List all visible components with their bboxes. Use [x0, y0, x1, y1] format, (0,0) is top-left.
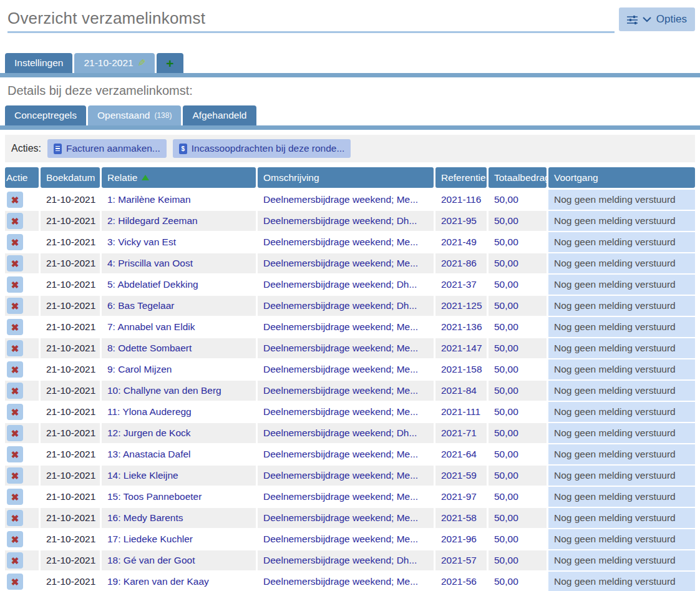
row-relatie-link[interactable]: 19: Karen van der Kaay [102, 572, 256, 591]
add-round-tab[interactable]: + [157, 53, 183, 73]
row-relatie-link[interactable]: 15: Toos Panneboeter [102, 487, 256, 507]
column-header-voortgang[interactable]: Voortgang [548, 167, 695, 188]
delete-row-button[interactable]: ✖ [7, 531, 23, 547]
delete-row-button[interactable]: ✖ [7, 467, 23, 484]
row-omschrijving-link[interactable]: Deelnemersbijdrage weekend; Dh... [258, 550, 434, 570]
row-relatie-link[interactable]: 11: Ylona Auderegg [102, 402, 256, 422]
row-relatie-link[interactable]: 14: Lieke Kleijne [102, 466, 256, 486]
row-referentie-link[interactable]: 2021-58 [435, 508, 487, 528]
column-header-totaalbedrag[interactable]: Totaalbedrag [489, 167, 547, 188]
row-totaalbedrag-link[interactable]: 50,00 [489, 381, 547, 401]
row-referentie-link[interactable]: 2021-96 [435, 529, 487, 549]
row-totaalbedrag-link[interactable]: 50,00 [489, 211, 547, 231]
delete-row-button[interactable]: ✖ [7, 192, 23, 208]
row-relatie-link[interactable]: 16: Medy Barents [102, 508, 256, 528]
row-relatie-link[interactable]: 4: Priscilla van Oost [102, 253, 256, 273]
row-totaalbedrag-link[interactable]: 50,00 [489, 317, 547, 337]
row-referentie-link[interactable]: 2021-158 [435, 359, 487, 379]
row-omschrijving-link[interactable]: Deelnemersbijdrage weekend; Me... [258, 402, 434, 422]
row-totaalbedrag-link[interactable]: 50,00 [489, 275, 547, 295]
row-relatie-link[interactable]: 2: Hildegard Zeeman [102, 211, 256, 231]
row-relatie-link[interactable]: 17: Liedeke Kuchler [102, 529, 256, 549]
row-referentie-link[interactable]: 2021-86 [435, 253, 487, 273]
delete-row-button[interactable]: ✖ [7, 276, 23, 293]
row-totaalbedrag-link[interactable]: 50,00 [489, 444, 547, 464]
delete-row-button[interactable]: ✖ [7, 340, 23, 356]
delete-row-button[interactable]: ✖ [7, 552, 23, 569]
row-referentie-link[interactable]: 2021-116 [435, 190, 487, 210]
row-omschrijving-link[interactable]: Deelnemersbijdrage weekend; Me... [258, 359, 434, 379]
row-omschrijving-link[interactable]: Deelnemersbijdrage weekend; Dh... [258, 275, 434, 295]
row-totaalbedrag-link[interactable]: 50,00 [489, 402, 547, 422]
delete-row-button[interactable]: ✖ [7, 298, 23, 314]
row-omschrijving-link[interactable]: Deelnemersbijdrage weekend; Me... [258, 529, 434, 549]
options-button[interactable]: Opties [619, 7, 695, 31]
row-totaalbedrag-link[interactable]: 50,00 [489, 529, 547, 549]
row-totaalbedrag-link[interactable]: 50,00 [489, 487, 547, 507]
row-relatie-link[interactable]: 12: Jurgen de Kock [102, 423, 256, 443]
column-header-omschrijving[interactable]: Omschrijving [258, 167, 434, 188]
row-omschrijving-link[interactable]: Deelnemersbijdrage weekend; Me... [258, 508, 434, 528]
row-totaalbedrag-link[interactable]: 50,00 [489, 466, 547, 486]
row-referentie-link[interactable]: 2021-49 [435, 232, 487, 252]
row-relatie-link[interactable]: 10: Challyne van den Berg [102, 381, 256, 401]
delete-row-button[interactable]: ✖ [7, 425, 23, 441]
tab-conceptregels[interactable]: Conceptregels [5, 105, 86, 125]
row-omschrijving-link[interactable]: Deelnemersbijdrage weekend; Me... [258, 444, 434, 464]
row-relatie-link[interactable]: 1: Marilène Keiman [102, 190, 256, 210]
row-referentie-link[interactable]: 2021-97 [435, 487, 487, 507]
row-relatie-link[interactable]: 5: Abdelatief Dekking [102, 275, 256, 295]
row-totaalbedrag-link[interactable]: 50,00 [489, 190, 547, 210]
row-totaalbedrag-link[interactable]: 50,00 [489, 253, 547, 273]
column-header-relatie[interactable]: Relatie [102, 167, 256, 188]
row-relatie-link[interactable]: 9: Carol Mijzen [102, 359, 256, 379]
row-referentie-link[interactable]: 2021-57 [435, 550, 487, 570]
create-invoices-button[interactable]: Facturen aanmaken... [47, 139, 167, 158]
row-totaalbedrag-link[interactable]: 50,00 [489, 359, 547, 379]
row-omschrijving-link[interactable]: Deelnemersbijdrage weekend; Me... [258, 232, 434, 252]
row-referentie-link[interactable]: 2021-111 [435, 402, 487, 422]
row-referentie-link[interactable]: 2021-84 [435, 381, 487, 401]
delete-row-button[interactable]: ✖ [7, 361, 23, 378]
tab-afgehandeld[interactable]: Afgehandeld [183, 105, 256, 125]
delete-row-button[interactable]: ✖ [7, 319, 23, 335]
column-header-boekdatum[interactable]: Boekdatum [41, 167, 100, 188]
row-totaalbedrag-link[interactable]: 50,00 [489, 296, 547, 316]
row-relatie-link[interactable]: 6: Bas Tegelaar [102, 296, 256, 316]
row-referentie-link[interactable]: 2021-147 [435, 338, 487, 358]
row-relatie-link[interactable]: 8: Odette Sombaert [102, 338, 256, 358]
row-totaalbedrag-link[interactable]: 50,00 [489, 572, 547, 591]
row-omschrijving-link[interactable]: Deelnemersbijdrage weekend; Me... [258, 487, 434, 507]
delete-row-button[interactable]: ✖ [7, 383, 23, 399]
row-omschrijving-link[interactable]: Deelnemersbijdrage weekend; Me... [258, 253, 434, 273]
row-totaalbedrag-link[interactable]: 50,00 [489, 232, 547, 252]
row-referentie-link[interactable]: 2021-95 [435, 211, 487, 231]
row-totaalbedrag-link[interactable]: 50,00 [489, 550, 547, 570]
delete-row-button[interactable]: ✖ [7, 446, 23, 462]
tab-openstaand[interactable]: Openstaand (138) [88, 105, 181, 125]
row-relatie-link[interactable]: 18: Gé van der Goot [102, 550, 256, 570]
delete-row-button[interactable]: ✖ [7, 574, 23, 590]
column-header-actie[interactable]: Actie [5, 167, 39, 188]
delete-row-button[interactable]: ✖ [7, 489, 23, 505]
row-referentie-link[interactable]: 2021-136 [435, 317, 487, 337]
tab-instellingen[interactable]: Instellingen [5, 53, 72, 73]
row-referentie-link[interactable]: 2021-37 [435, 275, 487, 295]
row-relatie-link[interactable]: 13: Anastacia Dafel [102, 444, 256, 464]
row-omschrijving-link[interactable]: Deelnemersbijdrage weekend; Dh... [258, 211, 434, 231]
delete-row-button[interactable]: ✖ [7, 255, 23, 271]
row-omschrijving-link[interactable]: Deelnemersbijdrage weekend; Me... [258, 572, 434, 591]
row-omschrijving-link[interactable]: Deelnemersbijdrage weekend; Me... [258, 317, 434, 337]
row-omschrijving-link[interactable]: Deelnemersbijdrage weekend; Me... [258, 338, 434, 358]
direct-debit-orders-button[interactable]: $ Incassoopdrachten bij deze ronde... [173, 139, 351, 158]
row-referentie-link[interactable]: 2021-64 [435, 444, 487, 464]
row-omschrijving-link[interactable]: Deelnemersbijdrage weekend; Me... [258, 190, 434, 210]
row-totaalbedrag-link[interactable]: 50,00 [489, 508, 547, 528]
row-referentie-link[interactable]: 2021-56 [435, 572, 487, 591]
column-header-referentie[interactable]: Referentie [435, 167, 487, 188]
delete-row-button[interactable]: ✖ [7, 234, 23, 250]
tab-current-round[interactable]: 21-10-2021 ✎ [74, 53, 155, 73]
row-referentie-link[interactable]: 2021-125 [435, 296, 487, 316]
row-referentie-link[interactable]: 2021-71 [435, 423, 487, 443]
row-omschrijving-link[interactable]: Deelnemersbijdrage weekend; Dh... [258, 423, 434, 443]
